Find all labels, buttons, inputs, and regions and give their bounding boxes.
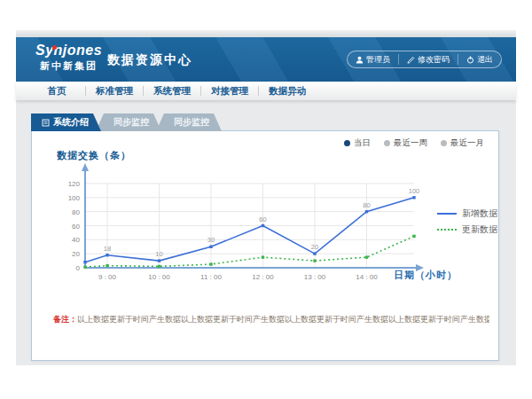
svg-text:12 : 00: 12 : 00 [252, 273, 274, 281]
svg-text:13 : 00: 13 : 00 [304, 273, 326, 281]
nav-item-home[interactable]: 首页 [28, 85, 85, 98]
brand-logo[interactable]: Synjones 新中新集团 [35, 43, 102, 73]
footnote-text: 以上数据更新于时间产生数据以上数据更新于时间产生数据以上数据更新于时间产生数据以… [77, 315, 489, 324]
svg-text:30: 30 [207, 236, 215, 244]
brand-logo-text: Synjones [35, 43, 102, 59]
chart-panel: 当日 最近一周 最近一月 数据交换（条） 0204060801001209 : … [31, 130, 499, 361]
svg-text:120: 120 [68, 180, 81, 188]
range-option[interactable]: 当日 [344, 137, 371, 149]
svg-text:60: 60 [72, 223, 80, 231]
site-page: Synjones 新中新集团 数据资源中心 管理员 修改密码 [16, 30, 516, 365]
tab-label: 同步监控 [113, 113, 149, 131]
line-chart: 0204060801001209 : 0010 : 0011 : 0012 : … [44, 163, 431, 289]
page-top-strip [16, 30, 516, 37]
brand-logo-cn: 新中新集团 [35, 59, 102, 73]
main-nav: 首页 标准管理 系统管理 对接管理 数据异动 [16, 82, 516, 100]
range-option-label: 最近一月 [450, 137, 484, 149]
svg-text:80: 80 [363, 201, 370, 209]
radio-icon [441, 140, 447, 146]
footnote: 备注：以上数据更新于时间产生数据以上数据更新于时间产生数据以上数据更新于时间产生… [53, 314, 489, 325]
chart-legend: 新增数据 更新数据 [437, 206, 497, 238]
tab-bar: 系统介绍 同步监控 同步监控 [31, 113, 222, 131]
legend-item-updated-data[interactable]: 更新数据 [437, 222, 497, 238]
svg-text:11 : 00: 11 : 00 [200, 273, 222, 281]
svg-text:18: 18 [104, 245, 111, 253]
current-user-button[interactable]: 管理员 [348, 54, 398, 65]
footnote-label: 备注： [53, 315, 77, 324]
svg-text:20: 20 [72, 250, 80, 258]
header: Synjones 新中新集团 数据资源中心 管理员 修改密码 [16, 37, 516, 82]
legend-label: 新增数据 [462, 207, 497, 220]
svg-text:60: 60 [259, 215, 266, 223]
logout-button[interactable]: 退出 [458, 54, 501, 65]
logout-label: 退出 [477, 54, 493, 66]
svg-text:100: 100 [68, 194, 81, 202]
svg-text:0: 0 [76, 264, 81, 272]
change-password-button[interactable]: 修改密码 [398, 54, 458, 65]
svg-text:80: 80 [72, 208, 80, 216]
tab-sync-monitor-2[interactable]: 同步监控 [156, 113, 222, 131]
svg-text:10: 10 [155, 250, 162, 258]
radio-icon [344, 140, 350, 146]
svg-text:10 : 00: 10 : 00 [148, 273, 170, 281]
nav-item-data-change[interactable]: 数据异动 [259, 85, 316, 98]
svg-text:20: 20 [311, 243, 318, 251]
solid-line-icon [437, 213, 457, 215]
svg-text:9 : 00: 9 : 00 [98, 273, 117, 281]
change-password-label: 修改密码 [418, 54, 450, 66]
y-axis-title: 数据交换（条） [57, 149, 131, 162]
legend-label: 更新数据 [462, 223, 497, 236]
page-title: 数据资源中心 [107, 52, 192, 68]
logo-accent-dot [52, 45, 57, 50]
range-option-label: 最近一周 [394, 137, 427, 149]
range-option[interactable]: 最近一月 [441, 137, 484, 149]
tab-label: 同步监控 [174, 113, 209, 131]
range-option-label: 当日 [354, 137, 371, 149]
svg-text:40: 40 [72, 236, 80, 244]
tab-system-intro[interactable]: 系统介绍 [31, 113, 101, 131]
tab-label: 系统介绍 [53, 113, 89, 131]
nav-item-system-mgmt[interactable]: 系统管理 [144, 85, 200, 98]
dotted-line-icon [437, 229, 457, 231]
current-user-label: 管理员 [366, 54, 390, 66]
svg-text:100: 100 [409, 187, 420, 195]
user-icon [356, 56, 364, 64]
range-option[interactable]: 最近一周 [384, 137, 427, 149]
edit-icon [407, 56, 415, 64]
user-menu: 管理员 修改密码 退出 [347, 51, 502, 68]
power-icon [466, 56, 474, 64]
document-icon [42, 119, 50, 127]
x-axis-title: 日期（小时） [394, 269, 458, 282]
nav-item-interface-mgmt[interactable]: 对接管理 [201, 85, 258, 98]
nav-item-standard-mgmt[interactable]: 标准管理 [86, 85, 143, 98]
range-selector: 当日 最近一周 最近一月 [344, 137, 484, 149]
svg-text:14 : 00: 14 : 00 [356, 273, 378, 281]
tab-sync-monitor-1[interactable]: 同步监控 [96, 113, 161, 131]
radio-icon [384, 140, 390, 146]
legend-item-new-data[interactable]: 新增数据 [437, 206, 497, 222]
